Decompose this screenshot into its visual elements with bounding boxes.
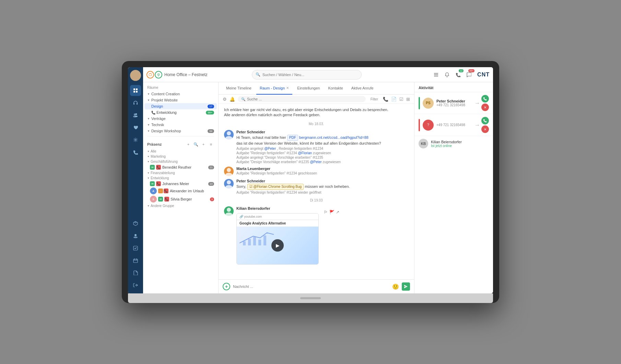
video-title: Google Analytics Alternative — [237, 220, 318, 227]
search-input[interactable] — [262, 73, 358, 77]
date-divider-2: Di 19.03 — [224, 197, 409, 204]
svg-rect-30 — [258, 240, 261, 245]
sidebar-item-content-creation[interactable]: ▼ Content Creation — [144, 91, 217, 97]
nav-team[interactable] — [130, 230, 141, 241]
pdf-tag[interactable]: PDF — [287, 135, 298, 141]
nav-users[interactable] — [130, 110, 141, 121]
msg-author: Marta Leuenberger — [236, 167, 409, 171]
nav-phone[interactable] — [130, 147, 141, 158]
presence-group-andere[interactable]: ▼ Andere Gruppe — [143, 203, 218, 208]
caller-avatar: PS — [423, 98, 434, 109]
prasenz-add[interactable]: + — [185, 141, 191, 147]
presence-item-benedikt[interactable]: ✉ 📞 Benedikt Reuther 21 — [143, 164, 218, 170]
tab-design[interactable]: Raum - Design ✕ — [256, 82, 292, 95]
grid-icon[interactable]: ⊞ — [406, 97, 410, 102]
msg-text: Sorry, ☑ @Florian Chrome Scrolling Bug m… — [236, 184, 409, 190]
share-icon[interactable]: ↗ — [336, 210, 339, 215]
online-user-status: Ist jetzt online — [431, 144, 489, 148]
prasenz-search[interactable]: 🔍 — [193, 141, 199, 147]
prasenz-refresh[interactable]: + — [200, 141, 207, 147]
phone-toolbar-icon[interactable]: 📞 — [383, 97, 388, 102]
tab-timeline[interactable]: Meine Timeline — [223, 82, 255, 95]
call-info: Peter Schneider +49 721 32165498 — [436, 99, 472, 107]
svg-point-9 — [136, 113, 137, 115]
pres-dot-icon: ··· — [158, 189, 163, 193]
presence-group-entwicklung[interactable]: ▼ Entwicklung — [143, 175, 218, 181]
prasenz-controls: + 🔍 + ≡ — [185, 141, 214, 147]
bell-icon[interactable] — [443, 71, 451, 79]
filter-button[interactable]: Filter — [368, 97, 380, 102]
sidebar-item-design[interactable]: Design 17 — [144, 103, 217, 109]
chat-icon[interactable]: 99+ — [465, 71, 473, 79]
send-button[interactable] — [402, 282, 410, 291]
presence-group-geschaeft[interactable]: ▼ Geschäftsführung — [143, 159, 218, 164]
emoji-button[interactable]: 🙂 — [392, 283, 399, 290]
sidebar-design-workshop-header[interactable]: ▼ Design Workshop 34 — [144, 128, 217, 134]
sidebar-projekt-header[interactable]: ▼ Projekt Website — [144, 97, 217, 103]
tab-einstellungen[interactable]: Einstellungen — [294, 82, 323, 95]
presence-group-alle[interactable]: ▼ Alle — [143, 149, 218, 154]
decline-call-button[interactable]: ✕ — [481, 104, 489, 111]
menu-icon[interactable] — [432, 71, 440, 79]
answer-call-button-2[interactable] — [481, 117, 489, 124]
phone-icon[interactable]: 12 — [454, 71, 462, 79]
answer-call-button[interactable] — [481, 95, 489, 102]
search-bar[interactable]: 🔍 — [252, 70, 362, 80]
msg-task-reopen: Aufgabe "Redesign fertigstellen" #t1234 … — [236, 191, 409, 194]
arrow-right-icon[interactable]: → — [474, 100, 480, 106]
nav-home[interactable] — [130, 85, 141, 96]
video-thumbnail[interactable]: ▶ — [237, 227, 318, 264]
notification-icon[interactable]: 🔔 — [230, 97, 235, 102]
msg-task-1: Aufgabe angelegt @Peter , Redesign ferti… — [236, 147, 409, 150]
nav-tasks[interactable] — [130, 243, 141, 254]
pdf-link[interactable]: bergmann.cnt.net/ccsd...oad/hgpul?id=88 — [299, 135, 368, 139]
check-icon[interactable]: ☑ — [399, 97, 403, 102]
presence-item-johannes[interactable]: ✉ 📞 Johannes Meier 10 — [143, 181, 218, 187]
svg-rect-31 — [263, 235, 266, 245]
nav-logout[interactable] — [130, 280, 141, 291]
presence-item-alexander[interactable]: A ··· 📞 Alexander im Urlaub — [143, 187, 218, 195]
user-avatar[interactable] — [130, 70, 141, 81]
presence-badge: 21 — [208, 166, 214, 169]
msg-subtext: das ist die neue Version der Website, kö… — [236, 141, 409, 146]
chevron-icon: ▼ — [147, 172, 150, 174]
chat-search[interactable]: 🔍 — [238, 96, 366, 102]
arrow-right-icon-2[interactable]: → — [474, 122, 480, 128]
online-user-info: Kilian Beiersdorfer Ist jetzt online — [431, 140, 489, 148]
call-status-indicator — [419, 97, 420, 109]
sidebar-technik-header[interactable]: ▼ Technik — [144, 122, 217, 128]
tab-close-icon[interactable]: ✕ — [286, 86, 289, 90]
status-green[interactable] — [155, 71, 162, 78]
presence-group-finanz[interactable]: ▼ Finanzabteilung — [143, 170, 218, 175]
call-action-buttons-2: ✕ — [481, 117, 489, 133]
flag-white-icon[interactable]: 🏳 — [324, 210, 328, 215]
activity-panel: Aktivität PS Peter Schneider +49 721 321… — [414, 82, 493, 293]
presence-group-marketing[interactable]: ▼ Marketing — [143, 154, 218, 159]
nav-calendar[interactable] — [130, 255, 141, 266]
video-container: 🔗 youtube.com Google Analytics Alternati… — [236, 211, 319, 265]
message-input-bar: + 🙂 — [219, 279, 414, 293]
pres-phone-icon: 📞 — [164, 197, 169, 202]
nav-heart[interactable] — [130, 122, 141, 133]
flag-red-icon[interactable]: 🚩 — [329, 210, 335, 215]
sidebar-vertraege-header[interactable]: ▼ Verträge — [144, 116, 217, 122]
nav-settings[interactable] — [130, 134, 141, 145]
nav-box[interactable] — [130, 218, 141, 229]
chat-search-input[interactable] — [247, 97, 309, 101]
settings-icon[interactable]: ⚙ — [223, 97, 227, 102]
presence-item-silvia[interactable]: S ✉ 📞 Silvia Berger 3 — [143, 195, 218, 203]
prasenz-menu[interactable]: ≡ — [208, 141, 214, 147]
doc-icon[interactable]: 📄 — [391, 97, 397, 102]
decline-call-button-2[interactable]: ✕ — [481, 125, 489, 133]
nav-document[interactable] — [130, 267, 141, 278]
tab-aktive-anrufe[interactable]: Aktive Anrufe — [348, 82, 377, 95]
nav-headset[interactable] — [130, 97, 141, 108]
online-user-avatar: KB — [419, 139, 428, 148]
call-icon: 📞 — [151, 111, 155, 114]
task-tag[interactable]: ☑ @Florian Chrome Scrolling Bug — [247, 184, 304, 190]
status-orange[interactable] — [147, 71, 154, 78]
add-attachment-button[interactable]: + — [223, 283, 230, 290]
sidebar-item-entwicklung[interactable]: 📞 Entwicklung 99+ — [144, 109, 217, 116]
message-input[interactable] — [233, 284, 389, 289]
tab-kontakte[interactable]: Kontakte — [325, 82, 346, 95]
